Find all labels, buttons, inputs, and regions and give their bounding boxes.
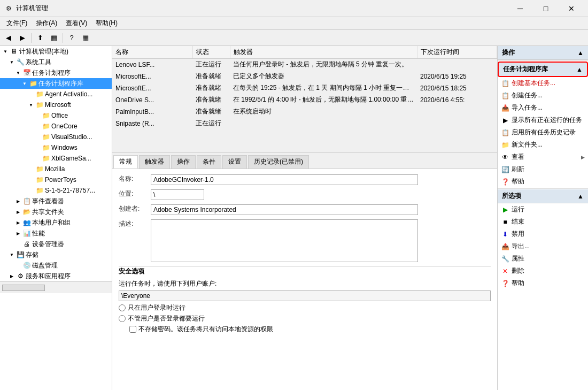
- toolbar-view[interactable]: ▦: [48, 32, 60, 44]
- action-item-1-7[interactable]: 🔄刷新: [498, 163, 588, 175]
- menu-help[interactable]: 帮助(H): [91, 18, 122, 29]
- expand-icon-local-users[interactable]: ▶: [14, 218, 22, 227]
- checkbox-no-pwd-label: 不存储密码。该任务将只有访问本地资源的权限: [138, 325, 273, 334]
- action-item-1-5[interactable]: 📁新文件夹...: [498, 139, 588, 151]
- tree-item-performance[interactable]: ▶📊性能: [0, 228, 112, 239]
- table-row[interactable]: Snipaste (R...正在运行: [112, 118, 497, 129]
- task-tbody: Lenovo LSF...正在运行当任何用户登录时 - 触发后，无限期地每隔 5…: [112, 59, 497, 129]
- maximize-button[interactable]: □: [533, 1, 558, 17]
- toolbar-properties[interactable]: ▦: [79, 32, 92, 44]
- toolbar-help[interactable]: ?: [65, 32, 78, 44]
- field-desc-row: 描述:: [119, 219, 491, 262]
- menu-view[interactable]: 查看(V): [61, 18, 91, 29]
- tree-item-shared-folders[interactable]: ▶📂共享文件夹: [0, 207, 112, 217]
- tree-item-sid[interactable]: 📁S-1-5-21-78757...: [0, 185, 112, 196]
- actions-section-arrow-1[interactable]: ▲: [576, 66, 583, 73]
- user-account-row: \Everyone: [119, 290, 491, 301]
- tree-item-services[interactable]: ▶⚙服务和应用程序: [0, 271, 112, 281]
- actions-section-arrow-0[interactable]: ▲: [577, 49, 584, 57]
- left-scrollbar[interactable]: [2, 285, 45, 291]
- table-row[interactable]: Lenovo LSF...正在运行当任何用户登录时 - 触发后，无限期地每隔 5…: [112, 59, 497, 71]
- tree-item-device-mgr[interactable]: 🖨设备管理器: [0, 239, 112, 249]
- toolbar-sep-2: [63, 33, 63, 43]
- tab-常规[interactable]: 常规: [113, 155, 138, 169]
- expand-icon-computer-mgmt[interactable]: ▼: [1, 47, 10, 56]
- expand-icon-performance[interactable]: ▶: [14, 229, 22, 238]
- tree-label-agent: Agent Activatio...: [45, 90, 92, 98]
- action-item-1-0[interactable]: 📋创建基本任务...: [498, 77, 588, 89]
- actions-section-label-2: 所选项: [502, 192, 521, 201]
- tree-icon-onecore: 📁: [42, 122, 50, 131]
- action-item-2-0[interactable]: ▶运行: [498, 203, 588, 216]
- tree-item-onecore[interactable]: 📁OneCore: [0, 121, 112, 132]
- tree-item-disk-mgmt[interactable]: 💿磁盘管理: [0, 260, 112, 271]
- table-row[interactable]: PalmInputB...准备就绪在系统启动时: [112, 106, 497, 118]
- action-item-1-8[interactable]: ❓帮助: [498, 175, 588, 188]
- table-row[interactable]: MicrosoftE...准备就绪在每天的 19:25 - 触发后，在 1 天 …: [112, 82, 497, 94]
- action-icon-2-6: ❓: [501, 279, 509, 288]
- toolbar-up[interactable]: ⬆: [34, 32, 47, 44]
- tab-bar: 常规触发器操作条件设置历史记录(已禁用): [112, 153, 497, 169]
- tree-item-sys-tools[interactable]: ▼🔧系统工具: [0, 57, 112, 67]
- tree-item-storage[interactable]: ▼💾存储: [0, 249, 112, 260]
- tree-item-local-users[interactable]: ▶👥本地用户和组: [0, 217, 112, 228]
- expand-icon-xblgamesave: [33, 154, 42, 163]
- table-row[interactable]: MicrosoftE...准备就绪已定义多个触发器2020/6/15 19:25: [112, 71, 497, 82]
- action-item-2-4[interactable]: 🔧属性: [498, 253, 588, 265]
- action-label-2-3: 导出...: [512, 242, 530, 251]
- col-name: 名称: [112, 46, 192, 59]
- menu-action[interactable]: 操作(A): [32, 18, 61, 29]
- action-item-2-3[interactable]: 📤导出...: [498, 240, 588, 253]
- tab-条件[interactable]: 条件: [197, 155, 221, 169]
- radio-any-user[interactable]: [119, 315, 126, 322]
- radio-logged-on[interactable]: [119, 304, 126, 311]
- expand-icon-shared-folders[interactable]: ▶: [14, 208, 22, 216]
- toolbar-back[interactable]: ◀: [2, 32, 15, 44]
- checkbox-no-pwd[interactable]: [129, 326, 136, 333]
- menu-file[interactable]: 文件(F): [2, 18, 32, 29]
- action-item-1-4[interactable]: 📋启用所有任务历史记录: [498, 126, 588, 139]
- expand-icon-event-viewer[interactable]: ▶: [14, 197, 22, 205]
- tab-操作[interactable]: 操作: [171, 155, 196, 169]
- tree-item-task-scheduler[interactable]: ▼📅任务计划程序: [0, 67, 112, 78]
- minimize-button[interactable]: ─: [508, 1, 532, 17]
- user-account-box[interactable]: \Everyone: [119, 290, 491, 301]
- tree-item-microsoft[interactable]: ▼📁Microsoft: [0, 100, 112, 110]
- tree-item-event-viewer[interactable]: ▶📋事件查看器: [0, 196, 112, 207]
- tree-item-agent[interactable]: 📁Agent Activatio...: [0, 89, 112, 100]
- tree-item-visualstudio[interactable]: 📁VisualStudio...: [0, 132, 112, 142]
- action-item-2-2[interactable]: ⬇禁用: [498, 228, 588, 240]
- task-table-container[interactable]: 名称 状态 触发器 下次运行时间 Lenovo LSF...正在运行当任何用户登…: [112, 46, 497, 153]
- expand-icon-task-lib[interactable]: ▼: [20, 79, 29, 88]
- actions-section-arrow-2[interactable]: ▲: [577, 193, 584, 200]
- action-item-1-6[interactable]: 👁查看: [498, 151, 588, 163]
- tab-设置[interactable]: 设置: [222, 155, 247, 169]
- tree-item-powertoys[interactable]: 📁PowerToys: [0, 174, 112, 185]
- tree-item-windows[interactable]: 📁Windows: [0, 142, 112, 153]
- table-row[interactable]: OneDrive S...准备就绪在 1992/5/1 的 4:00 时 - 触…: [112, 94, 497, 106]
- toolbar-forward[interactable]: ▶: [16, 32, 29, 44]
- expand-icon-sys-tools[interactable]: ▼: [7, 58, 16, 66]
- tree-container: ▼🖥计算机管理(本地)▼🔧系统工具▼📅任务计划程序▼📁任务计划程序库📁Agent…: [0, 46, 112, 281]
- tree-item-task-lib[interactable]: ▼📁任务计划程序库: [0, 78, 112, 89]
- action-item-1-1[interactable]: 📋创建任务...: [498, 89, 588, 102]
- expand-icon-services[interactable]: ▶: [7, 272, 16, 280]
- expand-icon-storage[interactable]: ▼: [7, 250, 16, 259]
- tree-label-microsoft: Microsoft: [45, 101, 71, 109]
- actions-divider-1: [498, 188, 588, 189]
- action-item-1-3[interactable]: ▶显示所有正在运行的任务: [498, 114, 588, 126]
- expand-icon-microsoft[interactable]: ▼: [27, 101, 35, 109]
- tab-触发器[interactable]: 触发器: [139, 155, 170, 169]
- action-item-2-6[interactable]: ❓帮助: [498, 277, 588, 289]
- action-item-1-2[interactable]: 📥导入任务...: [498, 102, 588, 114]
- expand-icon-task-scheduler[interactable]: ▼: [14, 68, 22, 77]
- tree-label-task-lib: 任务计划程序库: [38, 79, 83, 88]
- tree-item-office[interactable]: 📁Office: [0, 110, 112, 121]
- action-item-2-5[interactable]: ✕删除: [498, 265, 588, 277]
- tree-item-xblgamesave[interactable]: 📁XblGameSa...: [0, 153, 112, 164]
- tab-历史记录(已禁用)[interactable]: 历史记录(已禁用): [248, 155, 309, 169]
- tree-item-mozilla[interactable]: 📁Mozilla: [0, 164, 112, 174]
- action-item-2-1[interactable]: ■结束: [498, 216, 588, 228]
- tree-item-computer-mgmt[interactable]: ▼🖥计算机管理(本地): [0, 46, 112, 57]
- close-button[interactable]: ✕: [559, 1, 584, 17]
